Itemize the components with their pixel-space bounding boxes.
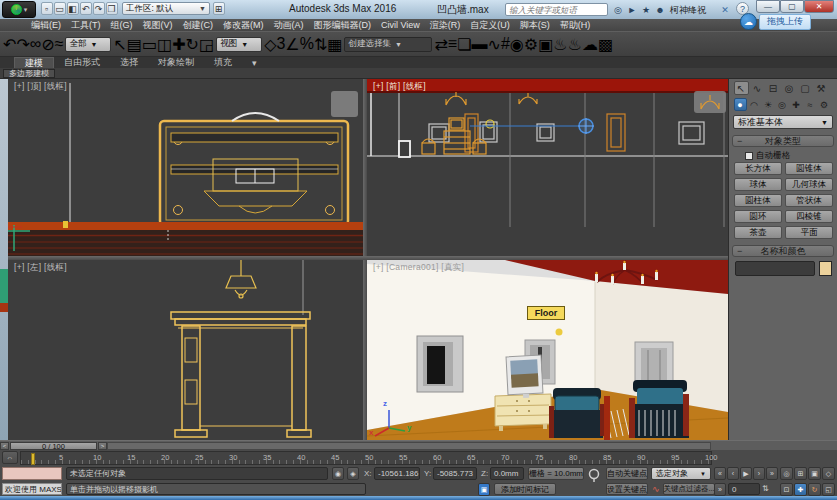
signin-icon[interactable]: ►	[625, 3, 639, 16]
zoom-icon[interactable]: ◎	[780, 467, 793, 480]
search-go-icon[interactable]: ◎	[611, 3, 625, 16]
rect-selection-region-icon[interactable]: ▭	[142, 35, 157, 54]
ribbon-tab-objectpaint[interactable]: 对象绘制	[148, 57, 204, 68]
menu-item[interactable]: 组(G)	[106, 19, 138, 32]
primitive-button[interactable]: 茶壶	[734, 226, 782, 239]
menu-item[interactable]: 编辑(E)	[26, 19, 66, 32]
select-and-link-icon[interactable]: ∞	[30, 35, 41, 53]
menu-item[interactable]: 动画(A)	[269, 19, 309, 32]
spacewarps-category[interactable]: ≈	[804, 98, 817, 111]
next-frame-button[interactable]: ›	[753, 467, 765, 480]
primitive-button[interactable]: 长方体	[734, 162, 782, 175]
next-frame-arrow[interactable]: >	[98, 442, 107, 450]
ribbon-minimize-icon[interactable]: ▾	[242, 57, 267, 68]
project-folder-icon[interactable]: ❐	[106, 2, 118, 15]
auto-key-button[interactable]: 自动关键点	[606, 467, 648, 480]
close-button[interactable]: ✕	[804, 0, 834, 13]
maximize-button[interactable]: ▢	[780, 0, 804, 13]
go-to-start-button[interactable]: «	[714, 467, 726, 480]
set-key-button[interactable]: 设置关键点	[606, 483, 648, 495]
mirror-icon[interactable]: ⇄	[434, 35, 447, 54]
zoom-region-icon[interactable]: ⊡	[780, 483, 793, 496]
maximize-viewport-icon[interactable]: ◱	[822, 483, 835, 496]
helpers-category[interactable]: ✚	[790, 98, 803, 111]
reference-coordinate-dropdown[interactable]: 视图▼	[216, 37, 262, 52]
bind-to-spacewarp-icon[interactable]: ≈	[55, 35, 64, 53]
primitive-button[interactable]: 四棱锥	[785, 210, 833, 223]
lights-category[interactable]: ☀	[762, 98, 775, 111]
time-slider-track[interactable]	[107, 442, 711, 450]
go-to-end-button[interactable]: »	[766, 467, 778, 480]
z-coord-field[interactable]: 0.0mm	[490, 467, 524, 480]
primitive-button[interactable]: 几何球体	[785, 178, 833, 191]
workspace-dropdown[interactable]: 工作区: 默认 ▼	[122, 2, 210, 15]
percent-snap-icon[interactable]: %	[300, 35, 314, 53]
viewport-left[interactable]: [+] [左] [线框]	[8, 260, 363, 440]
drag-upload-badge[interactable]: ☁ 拖拽上传	[740, 13, 811, 30]
rendered-frame-icon[interactable]: ▣	[538, 35, 553, 54]
geometry-category[interactable]: ●	[734, 98, 747, 111]
name-color-rollout[interactable]: − 名称和颜色	[732, 245, 834, 257]
prev-frame-button[interactable]: ‹	[727, 467, 739, 480]
frame-spinner[interactable]: ⇅	[762, 484, 769, 493]
viewport-front[interactable]: [+] [前] [线框]	[367, 79, 728, 256]
hierarchy-tab[interactable]: ⊟	[766, 81, 781, 95]
autogrid-checkbox[interactable]	[745, 152, 753, 160]
search-input[interactable]	[505, 3, 608, 16]
select-object-icon[interactable]: ↖	[113, 35, 126, 54]
ribbon-tab-populate[interactable]: 填充	[204, 57, 242, 68]
display-tab[interactable]: ▢	[798, 81, 813, 95]
undo-icon[interactable]: ↶	[3, 35, 16, 54]
menu-item[interactable]: 创建(C)	[178, 19, 219, 32]
select-and-move-icon[interactable]: ✚	[172, 35, 185, 54]
render-setup-icon[interactable]: ⚙	[524, 35, 538, 54]
orbit-icon[interactable]: ↻	[808, 483, 821, 496]
render-production-icon[interactable]: ♨	[553, 35, 567, 54]
favorites-star-icon[interactable]: ★	[639, 3, 653, 16]
object-color-swatch[interactable]	[819, 261, 832, 276]
object-type-rollout[interactable]: − 对象类型	[732, 135, 834, 147]
prev-frame-arrow[interactable]: <	[0, 442, 9, 450]
systems-category[interactable]: ⚙	[818, 98, 831, 111]
viewport-camera-label[interactable]: [+] [Camera001] [真实]	[373, 262, 464, 274]
render-last-icon[interactable]: ▩	[598, 35, 613, 54]
viewport-front-label[interactable]: [+] [前] [线框]	[373, 81, 426, 93]
selected-filter-dropdown[interactable]: 选定对象 ▼	[651, 467, 711, 480]
key-mode-toggle[interactable]: »	[714, 483, 726, 496]
menu-item[interactable]: 工具(T)	[66, 19, 106, 32]
viewport-left-label[interactable]: [+] [左] [线框]	[14, 262, 67, 274]
viewport-horizontal-divider[interactable]	[8, 256, 728, 260]
username-label[interactable]: 柯神绛祝	[670, 4, 706, 17]
menu-item[interactable]: 帮助(H)	[555, 19, 596, 32]
viewport-top[interactable]: [+] [顶] [线框]	[8, 79, 363, 256]
time-tag-icon[interactable]: ▣	[478, 483, 490, 496]
menu-item[interactable]: 修改器(M)	[218, 19, 269, 32]
named-selection-sets-dropdown[interactable]: 创建选择集▼	[344, 37, 432, 52]
menu-item[interactable]: 渲染(R)	[425, 19, 466, 32]
add-time-tag-button[interactable]: 添加时间标记	[494, 483, 556, 495]
object-name-input[interactable]	[735, 261, 815, 276]
lock-selection-icon[interactable]: ◈	[347, 467, 359, 480]
maxscript-mini-listener[interactable]	[2, 467, 62, 480]
render-iterative-icon[interactable]: ♨	[568, 35, 582, 54]
schematic-view-icon[interactable]: #	[501, 35, 510, 53]
isolate-selection-icon[interactable]: ◉	[332, 467, 344, 480]
user-icon[interactable]: ☻	[653, 3, 667, 16]
maxscript-welcome[interactable]: 欢迎使用 MAXScr	[2, 483, 62, 495]
select-by-name-icon[interactable]: ▤	[127, 35, 142, 54]
zoom-all-icon[interactable]: ⊞	[794, 467, 807, 480]
primitive-button[interactable]: 球体	[734, 178, 782, 191]
unlink-selection-icon[interactable]: ⊘	[41, 35, 54, 54]
track-bar-ruler[interactable]: 5101520253035404550556065707580859095100	[20, 451, 712, 465]
render-cloud-icon[interactable]: ☁	[582, 35, 598, 54]
track-bar-mode-icon[interactable]: ⇔	[2, 451, 18, 464]
viewport-top-label[interactable]: [+] [顶] [线框]	[14, 81, 67, 93]
frame-zero-marker[interactable]	[31, 453, 35, 465]
ribbon-tab-modeling[interactable]: 建模	[14, 57, 54, 68]
time-slider-handle[interactable]: 0 / 100	[10, 442, 97, 450]
menu-item[interactable]: 图形编辑器(D)	[309, 19, 377, 32]
new-file-icon[interactable]: ▫	[41, 2, 53, 15]
menu-item[interactable]: 自定义(U)	[465, 19, 515, 32]
select-and-rotate-icon[interactable]: ↻	[186, 35, 199, 54]
zoom-extents-icon[interactable]: ▣	[808, 467, 821, 480]
